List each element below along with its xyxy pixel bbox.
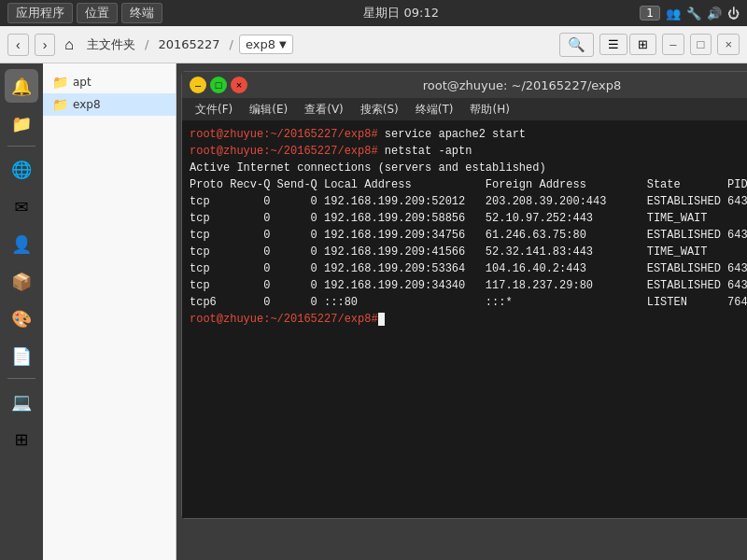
terminal-line: tcp 0 0 192.168.199.209:53364 104.16.40.… — [190, 260, 747, 277]
path-home-label[interactable]: 主文件夹 — [83, 35, 139, 55]
terminal-command: netstat -aptn — [378, 145, 472, 158]
sidebar: 🔔 📁 🌐 ✉ 👤 📦 🎨 📄 💻 ⊞ — [0, 63, 43, 560]
sys-bar-center: 星期日 09:12 — [363, 5, 439, 21]
file-panel-item-exp8[interactable]: 📁 exp8 — [43, 93, 176, 116]
sidebar-divider-1 — [7, 146, 35, 147]
terminal-line: root@zhuyue:~/20165227/exp8# service apa… — [190, 126, 747, 143]
term-menu-edit[interactable]: 编辑(E) — [242, 100, 295, 119]
terminal-line: root@zhuyue:~/20165227/exp8# netstat -ap… — [190, 143, 747, 160]
search-btn[interactable]: 🔍 — [559, 33, 594, 57]
terminal-content[interactable]: root@zhuyue:~/20165227/exp8# service apa… — [182, 120, 747, 518]
term-menu-view[interactable]: 查看(V) — [297, 100, 351, 119]
terminal-prompt: root@zhuyue:~/20165227/exp8# — [190, 145, 378, 158]
current-folder-display[interactable]: exp8 ▼ — [239, 35, 293, 54]
terminal-titlebar: – □ × root@zhuyue: ~/20165227/exp8 — [182, 72, 747, 98]
terminal-line: tcp 0 0 192.168.199.209:52012 203.208.39… — [190, 193, 747, 210]
win-close-btn[interactable]: × — [717, 34, 740, 55]
term-menu-help[interactable]: 帮助(H) — [462, 100, 516, 119]
file-panel-item-exp8-label: exp8 — [73, 98, 101, 111]
sidebar-icon-globe[interactable]: 🌐 — [5, 152, 38, 186]
terminal-title: root@zhuyue: ~/20165227/exp8 — [247, 78, 747, 92]
path-sep1: / — [145, 37, 148, 51]
terminal-line: Proto Recv-Q Send-Q Local Address Foreig… — [190, 176, 747, 193]
sidebar-icon-computer[interactable]: 💻 — [5, 385, 38, 418]
terminal-prompt: root@zhuyue:~/20165227/exp8# — [190, 313, 378, 326]
sidebar-icon-folder[interactable]: 📁 — [5, 106, 38, 140]
terminal-cursor — [378, 313, 385, 326]
apps-menu-btn[interactable]: 应用程序 — [7, 3, 73, 23]
term-menu-file[interactable]: 文件(F) — [188, 100, 240, 119]
folder-icon-exp8: 📁 — [52, 97, 68, 112]
sidebar-icon-package[interactable]: 📦 — [5, 264, 38, 298]
sidebar-icon-user[interactable]: 👤 — [5, 227, 38, 260]
terminal-container: – □ × root@zhuyue: ~/20165227/exp8 文件(F)… — [176, 63, 747, 560]
view-toggle-group: ☰ ⊞ — [599, 34, 656, 55]
location-menu-btn[interactable]: 位置 — [77, 3, 118, 23]
list-view-btn[interactable]: ☰ — [599, 34, 627, 55]
datetime-label: 星期日 09:12 — [363, 5, 439, 21]
sys-icon-volume: 🔊 — [707, 7, 722, 21]
sidebar-icon-bell[interactable]: 🔔 — [5, 69, 38, 103]
nav-forward-btn[interactable]: › — [35, 34, 56, 56]
terminal-menu-btn[interactable]: 终端 — [121, 3, 162, 23]
terminal-line: tcp6 0 0 :::80 :::* LISTEN 7647/apache2 — [190, 294, 747, 311]
title-controls: – □ × — [190, 77, 247, 93]
path-sep2: / — [230, 37, 233, 51]
terminal-line: tcp 0 0 192.168.199.209:34756 61.246.63.… — [190, 227, 747, 244]
terminal-menubar: 文件(F) 编辑(E) 查看(V) 搜索(S) 终端(T) 帮助(H) — [182, 98, 747, 120]
path-folder-label[interactable]: 20165227 — [154, 35, 223, 53]
terminal-line: root@zhuyue:~/20165227/exp8# — [190, 311, 747, 328]
file-panel: 📁 apt 📁 exp8 — [43, 63, 176, 560]
terminal-prompt: root@zhuyue:~/20165227/exp8# — [190, 128, 378, 141]
sidebar-icon-grid[interactable]: ⊞ — [5, 422, 38, 455]
terminal-line: tcp 0 0 192.168.199.209:58856 52.10.97.2… — [190, 210, 747, 227]
file-manager-bar: ‹ › ⌂ 主文件夹 / 20165227 / exp8 ▼ 🔍 ☰ ⊞ – □… — [0, 26, 747, 63]
terminal-close-btn[interactable]: × — [231, 77, 247, 93]
win-minimize-btn[interactable]: – — [662, 34, 684, 55]
sys-bar-left: 应用程序 位置 终端 — [7, 3, 162, 23]
nav-back-btn[interactable]: ‹ — [7, 34, 29, 56]
sys-bar-right: 1 👥 🔧 🔊 ⏻ — [640, 6, 740, 21]
sys-icon-people: 👥 — [666, 7, 681, 21]
file-panel-item-apt-label: apt — [73, 76, 92, 89]
folder-icon-apt: 📁 — [52, 75, 68, 90]
term-menu-terminal[interactable]: 终端(T) — [408, 100, 461, 119]
win-maximize-btn[interactable]: □ — [690, 34, 712, 55]
term-menu-search[interactable]: 搜索(S) — [353, 100, 406, 119]
folder-dropdown-icon: ▼ — [279, 39, 287, 49]
terminal-minimize-btn[interactable]: – — [190, 77, 206, 93]
terminal-line: tcp 0 0 192.168.199.209:34340 117.18.237… — [190, 277, 747, 294]
home-btn[interactable]: ⌂ — [61, 35, 78, 55]
sidebar-divider-2 — [7, 378, 35, 379]
main-area: 🔔 📁 🌐 ✉ 👤 📦 🎨 📄 💻 ⊞ 📁 apt 📁 exp8 – — [0, 63, 747, 560]
grid-view-btn[interactable]: ⊞ — [629, 34, 656, 55]
current-folder-label: exp8 — [246, 37, 275, 51]
sidebar-icon-mail[interactable]: ✉ — [5, 189, 38, 223]
home-icon: ⌂ — [64, 36, 74, 52]
search-icon: 🔍 — [568, 36, 585, 52]
workspace-badge[interactable]: 1 — [640, 6, 660, 21]
sidebar-icon-doc[interactable]: 📄 — [5, 339, 38, 372]
system-bar: 应用程序 位置 终端 星期日 09:12 1 👥 🔧 🔊 ⏻ — [0, 0, 747, 26]
sys-icon-settings: 🔧 — [686, 7, 701, 21]
terminal-window: – □ × root@zhuyue: ~/20165227/exp8 文件(F)… — [181, 71, 747, 519]
terminal-command: service apache2 start — [378, 128, 526, 141]
terminal-line: tcp 0 0 192.168.199.209:41566 52.32.141.… — [190, 244, 747, 260]
sidebar-icon-art[interactable]: 🎨 — [5, 301, 38, 335]
terminal-line: Active Internet connections (servers and… — [190, 160, 747, 176]
sys-icon-power: ⏻ — [727, 7, 740, 21]
terminal-maximize-btn[interactable]: □ — [210, 77, 227, 93]
file-panel-item-apt[interactable]: 📁 apt — [43, 71, 176, 93]
